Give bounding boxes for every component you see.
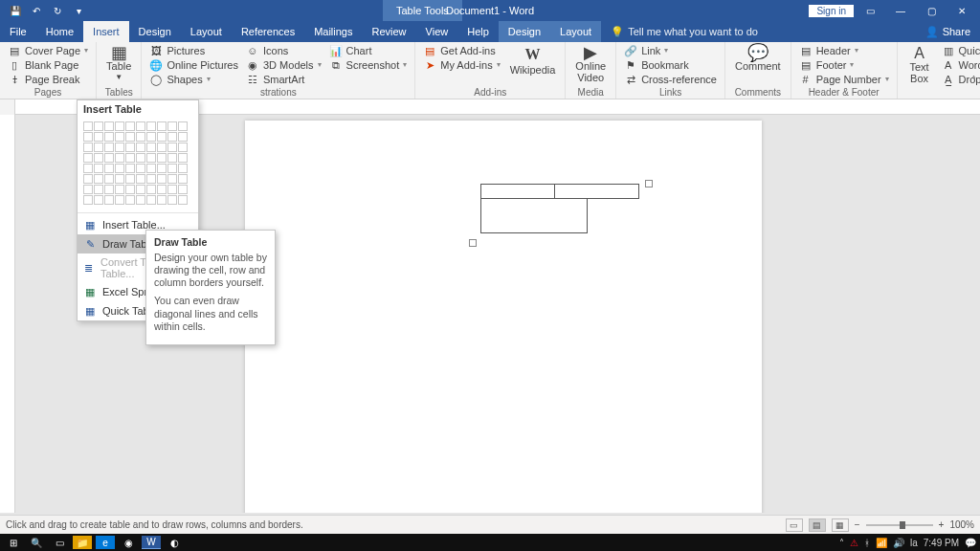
- blank-page-button[interactable]: ▯Blank Page: [6, 58, 90, 72]
- tab-insert[interactable]: Insert: [83, 21, 129, 42]
- bookmark-button[interactable]: ⚑Bookmark: [622, 58, 719, 72]
- read-mode-button[interactable]: ▭: [786, 518, 803, 532]
- wordart-button[interactable]: AWordArt: [940, 58, 980, 72]
- group-label-pages: Pages: [6, 87, 90, 99]
- maximize-icon[interactable]: ▢: [917, 0, 946, 21]
- sign-in-button[interactable]: Sign in: [809, 5, 854, 17]
- share-button[interactable]: 👤 Share: [916, 26, 980, 38]
- zoom-out-button[interactable]: −: [855, 519, 860, 530]
- tab-view[interactable]: View: [416, 21, 458, 42]
- table-button[interactable]: ▦ Table ▼: [102, 44, 135, 83]
- minimize-icon[interactable]: —: [886, 0, 915, 21]
- tab-mailings[interactable]: Mailings: [304, 21, 362, 42]
- app-icon[interactable]: ◐: [165, 536, 184, 549]
- tray-warning-icon[interactable]: ⚠: [850, 538, 858, 548]
- group-header-footer: ▤Header ▤Footer #Page Number Header & Fo…: [791, 42, 898, 99]
- ribbon-display-icon[interactable]: ▭: [856, 0, 884, 21]
- vertical-ruler[interactable]: [0, 115, 15, 513]
- header-icon: ▤: [799, 44, 813, 57]
- tray-wifi-icon[interactable]: 📶: [876, 538, 887, 548]
- chart-button[interactable]: 📊Chart: [327, 44, 410, 57]
- task-view-icon[interactable]: ▭: [50, 536, 69, 549]
- icons-icon: ☺: [246, 44, 259, 57]
- page-break-button[interactable]: ⤈Page Break: [6, 73, 90, 86]
- my-addins-button[interactable]: ➤My Add-ins: [421, 58, 501, 72]
- cover-page-icon: ▤: [8, 44, 21, 57]
- zoom-slider[interactable]: [866, 524, 933, 526]
- online-pictures-icon: 🌐: [149, 58, 163, 72]
- footer-button[interactable]: ▤Footer: [797, 58, 891, 72]
- tooltip-line-2: You can even draw diagonal lines and cel…: [154, 295, 267, 332]
- smartart-button[interactable]: ☷SmartArt: [244, 73, 323, 86]
- tab-table-design[interactable]: Design: [499, 21, 550, 42]
- tab-layout[interactable]: Layout: [181, 21, 232, 42]
- cross-reference-button[interactable]: ⇄Cross-reference: [622, 73, 719, 86]
- quick-parts-button[interactable]: ▥Quick Parts: [940, 44, 980, 57]
- zoom-in-button[interactable]: +: [939, 519, 945, 530]
- tab-references[interactable]: References: [232, 21, 304, 42]
- search-icon[interactable]: 🔍: [27, 536, 46, 549]
- table-icon: ▦: [112, 46, 125, 59]
- edge-icon[interactable]: e: [96, 536, 115, 549]
- shapes-icon: ◯: [149, 73, 163, 86]
- online-video-button[interactable]: ▶ Online Video: [571, 44, 610, 85]
- wordart-icon: A: [942, 58, 955, 72]
- page-number-button[interactable]: #Page Number: [797, 73, 891, 86]
- tooltip-line-1: Design your own table by drawing the cel…: [154, 252, 267, 289]
- undo-icon[interactable]: ↶: [29, 3, 44, 18]
- word-taskbar-icon[interactable]: W: [142, 536, 161, 549]
- screenshot-button[interactable]: ⧉Screenshot: [327, 58, 410, 72]
- web-layout-button[interactable]: ▦: [832, 518, 849, 532]
- online-pictures-button[interactable]: 🌐Online Pictures: [147, 58, 240, 72]
- share-icon: 👤: [925, 26, 939, 38]
- group-label-text: Text: [903, 87, 980, 99]
- cover-page-button[interactable]: ▤Cover Page: [6, 44, 90, 57]
- group-label-media: Media: [571, 87, 610, 99]
- shapes-button[interactable]: ◯Shapes: [147, 73, 240, 86]
- table-move-handle-icon[interactable]: [645, 180, 653, 187]
- tray-bluetooth-icon[interactable]: ᚼ: [864, 538, 870, 548]
- tab-home[interactable]: Home: [36, 21, 83, 42]
- drawn-table[interactable]: [480, 184, 639, 233]
- start-button[interactable]: ⊞: [4, 536, 23, 549]
- 3d-models-button[interactable]: ◉3D Models: [244, 58, 323, 72]
- pictures-button[interactable]: 🖼Pictures: [147, 44, 240, 57]
- ruler-corner: [0, 99, 15, 115]
- tray-notifications-icon[interactable]: 💬: [965, 538, 976, 548]
- zoom-level[interactable]: 100%: [949, 519, 974, 530]
- wikipedia-label: Wikipedia: [510, 64, 556, 76]
- tell-me-search[interactable]: 💡 Tell me what you want to do: [611, 26, 758, 38]
- store-icon: ▤: [423, 44, 436, 57]
- save-icon[interactable]: 💾: [8, 3, 23, 18]
- quick-tables-icon: ▦: [83, 304, 97, 318]
- qat-customize-icon[interactable]: ▾: [71, 3, 86, 18]
- insert-table-grid[interactable]: [78, 118, 198, 210]
- tab-table-layout[interactable]: Layout: [550, 21, 601, 42]
- tab-help[interactable]: Help: [457, 21, 499, 42]
- tab-review[interactable]: Review: [363, 21, 416, 42]
- text-box-button[interactable]: A Text Box: [903, 44, 936, 86]
- close-icon[interactable]: ✕: [947, 0, 976, 21]
- file-explorer-icon[interactable]: 📁: [73, 536, 92, 549]
- chrome-icon[interactable]: ◉: [119, 536, 138, 549]
- table-resize-handle-icon[interactable]: [469, 239, 477, 247]
- redo-icon[interactable]: ↻: [50, 3, 65, 18]
- tab-file[interactable]: File: [0, 21, 36, 42]
- tray-chevron-icon[interactable]: ˄: [839, 538, 844, 548]
- collapse-ribbon-icon[interactable]: ˄: [971, 75, 976, 85]
- comment-button[interactable]: 💬 Comment: [731, 44, 785, 74]
- wikipedia-button[interactable]: W Wikipedia: [506, 44, 560, 77]
- tray-clock[interactable]: 7:49 PM: [924, 538, 959, 548]
- group-label-addins: Add-ins: [421, 87, 559, 99]
- tray-keyboard-icon[interactable]: la: [910, 538, 918, 548]
- header-button[interactable]: ▤Header: [797, 44, 891, 57]
- tray-volume-icon[interactable]: 🔊: [893, 538, 904, 548]
- print-layout-button[interactable]: ▤: [809, 518, 826, 532]
- draw-table-icon: ✎: [83, 237, 97, 251]
- get-addins-button[interactable]: ▤Get Add-ins: [421, 44, 501, 57]
- tab-design[interactable]: Design: [129, 21, 181, 42]
- icons-button[interactable]: ☺Icons: [244, 44, 323, 57]
- link-button[interactable]: 🔗Link: [622, 44, 719, 57]
- system-tray: ˄ ⚠ ᚼ 📶 🔊 la 7:49 PM 💬: [839, 538, 976, 548]
- page[interactable]: [245, 121, 762, 513]
